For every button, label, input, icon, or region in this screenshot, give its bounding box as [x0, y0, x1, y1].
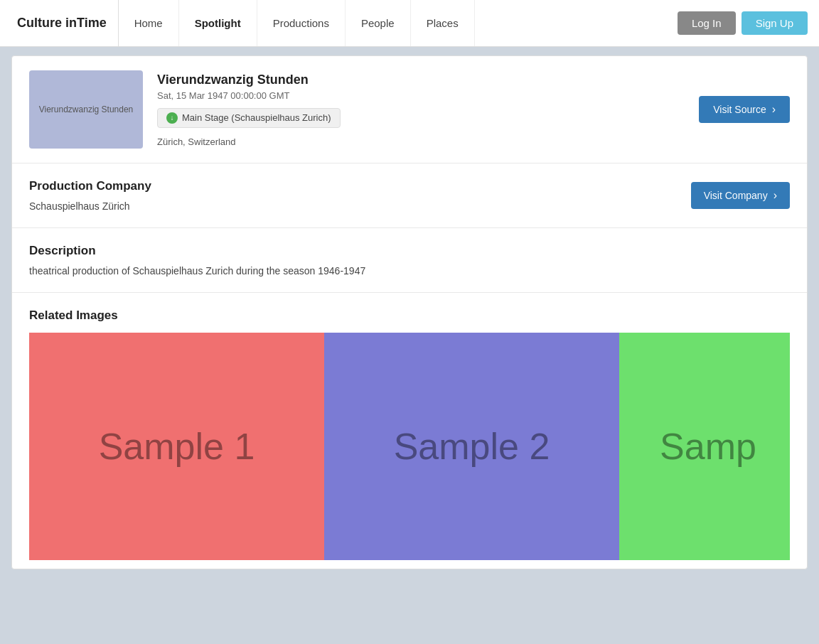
- event-actions: Visit Source ›: [699, 96, 790, 123]
- nav-link-spotlight[interactable]: Spotlight: [179, 0, 257, 46]
- visit-company-action: Visit Company ›: [691, 182, 790, 209]
- company-name: Schauspielhaus Zürich: [29, 200, 790, 212]
- event-header: Vierundzwanzig Stunden Vierundzwanzig St…: [12, 56, 807, 163]
- related-images-title: Related Images: [29, 308, 790, 323]
- login-button[interactable]: Log In: [678, 11, 736, 35]
- event-venue-badge[interactable]: ↓ Main Stage (Schauspielhaus Zurich): [157, 108, 341, 128]
- sample-image-2[interactable]: Sample 2: [324, 333, 619, 560]
- venue-name: Main Stage (Schauspielhaus Zurich): [182, 112, 331, 123]
- event-info: Vierundzwanzig Stunden Sat, 15 Mar 1947 …: [157, 73, 685, 147]
- brand-text: Culture inTime: [17, 16, 107, 31]
- nav-link-home[interactable]: Home: [119, 0, 179, 46]
- production-company-section: Production Company Schauspielhaus Zürich…: [12, 163, 807, 228]
- sample-image-1[interactable]: Sample 1: [29, 333, 324, 560]
- visit-source-label: Visit Source: [713, 104, 766, 115]
- nav-link-people[interactable]: People: [346, 0, 411, 46]
- signup-button[interactable]: Sign Up: [742, 11, 808, 35]
- nav-link-productions[interactable]: Productions: [257, 0, 346, 46]
- nav-actions: Log In Sign Up: [672, 0, 813, 46]
- sample-image-2-label: Sample 2: [394, 425, 550, 468]
- thumbnail-text: Vierundzwanzig Stunden: [39, 104, 134, 114]
- visit-source-button[interactable]: Visit Source ›: [699, 96, 790, 123]
- event-location: Zürich, Switzerland: [157, 136, 685, 147]
- nav-link-places[interactable]: Places: [411, 0, 475, 46]
- related-images-section: Related Images Sample 1 Sample 2 Samp: [12, 293, 807, 569]
- navbar: Culture inTime Home Spotlight Production…: [0, 0, 819, 47]
- main-container: Vierundzwanzig Stunden Vierundzwanzig St…: [11, 55, 808, 569]
- sample-image-3[interactable]: Samp: [619, 333, 790, 560]
- event-thumbnail: Vierundzwanzig Stunden: [29, 70, 143, 149]
- event-date: Sat, 15 Mar 1947 00:00:00 GMT: [157, 90, 685, 101]
- images-scroll-container[interactable]: Sample 1 Sample 2 Samp: [29, 333, 790, 569]
- sample-image-1-label: Sample 1: [99, 425, 255, 468]
- chevron-right-icon: ›: [774, 189, 777, 202]
- venue-icon: ↓: [166, 112, 178, 124]
- description-section: Description theatrical production of Sch…: [12, 228, 807, 293]
- production-company-title: Production Company: [29, 179, 790, 193]
- nav-links: Home Spotlight Productions People Places: [119, 0, 475, 46]
- visit-company-button[interactable]: Visit Company ›: [691, 182, 790, 209]
- visit-company-label: Visit Company: [704, 190, 768, 201]
- nav-brand: Culture inTime: [6, 0, 119, 46]
- event-title: Vierundzwanzig Stunden: [157, 73, 685, 87]
- chevron-right-icon: ›: [772, 103, 776, 116]
- sample-image-3-label: Samp: [660, 425, 756, 468]
- description-text: theatrical production of Schauspielhaus …: [29, 265, 790, 277]
- nav-spacer: [475, 0, 672, 46]
- description-title: Description: [29, 244, 790, 258]
